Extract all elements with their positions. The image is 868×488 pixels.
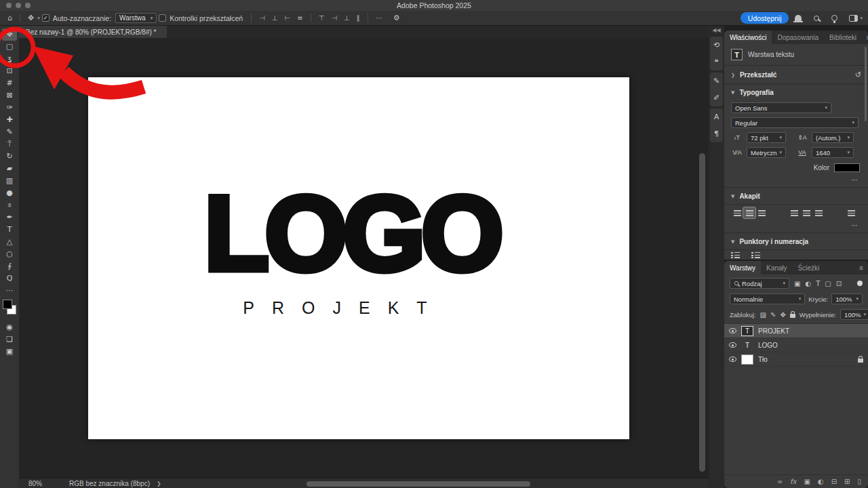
frame-tool[interactable]: ⊠ [0,89,19,102]
delete-layer-icon[interactable]: ▯ [857,478,861,485]
zoom-level[interactable]: 80% [28,480,42,487]
justify-all-button[interactable] [845,207,857,218]
align-text-left-button[interactable] [731,207,743,218]
filter-shape-layers-icon[interactable]: ▢ [825,280,831,287]
path-selection-tool[interactable]: △ [0,236,19,248]
align-horizontal-centers-icon[interactable]: ⊥ [269,14,281,22]
paragraph-panel-icon[interactable]: ¶ [714,130,719,138]
tracking-dropdown[interactable]: 1640 ▾ [812,147,854,158]
share-button[interactable]: Udostępnij [741,12,789,24]
rectangular-marquee-tool[interactable]: ▢ [0,41,19,53]
link-layers-icon[interactable]: ∞ [777,478,783,485]
font-style-dropdown[interactable]: Regular ▾ [731,117,859,128]
transform-controls-checkbox[interactable] [159,14,166,22]
document-tab[interactable]: Bez nazwy-1 @ 80% (PROJEKT,RGB/8#) * [19,26,167,38]
notifications-bell-icon[interactable] [795,15,802,21]
history-brush-tool[interactable]: ↻ [0,150,19,163]
lock-transparency-icon[interactable]: ▨ [760,311,766,319]
ellipse-tool[interactable]: ○ [0,248,19,260]
tab-wlasciwosci[interactable]: Właściwości [724,30,772,44]
layer-row-logo[interactable]: T LOGO [724,338,868,352]
paragraph-section-header[interactable]: ▼ Akapit [724,187,868,205]
align-text-center-button[interactable] [743,207,755,218]
new-group-icon[interactable]: ⊟ [831,478,837,485]
layer-styles-icon[interactable]: fx [790,478,796,485]
close-window-button[interactable] [6,3,12,8]
character-panel-icon[interactable]: A [714,113,719,121]
panel-menu-icon[interactable]: ≡ [862,30,868,44]
kerning-dropdown[interactable]: Metryczn ▾ [747,147,786,158]
typography-more-options-icon[interactable]: ⋯ [724,174,868,187]
bullet-list-icon[interactable] [731,252,740,258]
capture-share-button[interactable]: ▣ [0,346,19,358]
layer-visibility-icon[interactable] [729,342,736,348]
status-chevron-icon[interactable]: ❯ [157,481,161,487]
leading-dropdown[interactable]: (Autom.) ▾ [812,132,854,143]
align-right-edges-icon[interactable]: ⊢ [281,14,294,22]
align-text-right-button[interactable] [755,207,768,218]
foreground-color-swatch[interactable] [3,300,12,309]
gear-icon[interactable]: ⚙ [390,14,403,22]
brush-tool[interactable]: ✎ [0,126,19,138]
crop-tool[interactable]: # [0,77,19,89]
tab-warstwy[interactable]: Warstwy [724,261,761,274]
reset-transform-icon[interactable]: ↺ [855,70,861,79]
layer-visibility-icon[interactable] [729,357,736,362]
edit-toolbar-button[interactable]: ⋯ [0,285,19,297]
fill-dropdown[interactable]: 100% ▾ [840,309,868,320]
layer-filter-dropdown[interactable]: Rodzaj ▾ [730,278,789,289]
text-color-swatch[interactable] [834,163,860,172]
horizontal-scrollbar[interactable] [307,481,530,487]
discover-lightbulb-icon[interactable] [831,15,837,21]
quick-mask-button[interactable]: ◉ [0,321,19,333]
pen-tool[interactable]: ✒ [0,211,19,224]
eyedropper-tool[interactable]: ✑ [0,102,19,114]
auto-select-dropdown[interactable]: Warstwa ▾ [115,13,157,23]
panel-menu-icon[interactable]: ≡ [854,261,868,274]
numbered-list-icon[interactable] [751,252,760,258]
distribute-vertical-icon[interactable]: ∥ [353,14,363,22]
font-size-dropdown[interactable]: 72 pkt ▾ [747,132,786,143]
justify-last-center-button[interactable] [800,207,812,218]
tab-sciezki[interactable]: Ścieżki [793,261,825,274]
lock-paint-icon[interactable]: ✎ [770,311,776,319]
distribute-horizontal-icon[interactable]: ≡ [294,14,306,22]
home-icon[interactable]: ⌂ [4,14,16,22]
minimize-window-button[interactable] [16,3,21,8]
move-tool[interactable]: ✥ [2,28,17,41]
auto-select-checkbox[interactable]: ✓ [42,14,50,22]
layer-row-tlo[interactable]: Tło [724,352,868,367]
workspace-switcher-icon[interactable] [849,15,858,22]
canvas-viewport[interactable]: LOGO PROJEKT [19,38,709,478]
search-icon[interactable] [814,16,819,21]
history-panel-icon[interactable]: ⟲ [713,41,719,49]
font-family-dropdown[interactable]: Open Sans ▾ [731,102,831,113]
screen-mode-button[interactable]: ❏ [0,333,19,346]
align-bottom-edges-icon[interactable]: ⊥ [340,14,353,22]
gradient-tool[interactable]: ▥ [0,175,19,187]
text-layer-thumbnail[interactable]: T [741,340,753,350]
filter-adjustment-layers-icon[interactable]: ◐ [805,280,811,287]
tab-dopasowania[interactable]: Dopasowania [772,30,824,44]
zoom-tool[interactable]: Q [0,272,19,285]
typography-section-header[interactable]: ▼ Typografia [724,84,868,100]
dodge-tool[interactable]: ⌽ [0,199,19,211]
background-layer-thumbnail[interactable] [741,354,753,365]
object-selection-tool[interactable]: ⊡ [0,65,19,77]
blur-tool[interactable]: ● [0,187,19,199]
paragraph-more-options-icon[interactable]: ⋯ [724,220,868,232]
move-tool-preset-icon[interactable]: ✥ [24,14,37,22]
tab-biblioteki[interactable]: Biblioteki [824,30,862,44]
type-tool[interactable]: T [0,224,19,236]
justify-last-right-button[interactable] [812,207,825,218]
align-vertical-centers-icon[interactable]: ⊣ [328,14,340,22]
chevron-down-icon[interactable]: ▾ [37,16,40,21]
layer-row-projekt[interactable]: T PROJEKT [724,324,868,338]
lock-position-icon[interactable]: ✥ [780,311,785,319]
align-left-edges-icon[interactable]: ⊣ [256,14,269,22]
brush-settings-panel-icon[interactable]: ✎ [713,77,719,85]
tab-kanaly[interactable]: Kanały [761,261,793,274]
justify-last-left-button[interactable] [788,207,800,218]
vertical-scrollbar[interactable] [699,153,705,472]
healing-brush-tool[interactable]: ✚ [0,114,19,126]
